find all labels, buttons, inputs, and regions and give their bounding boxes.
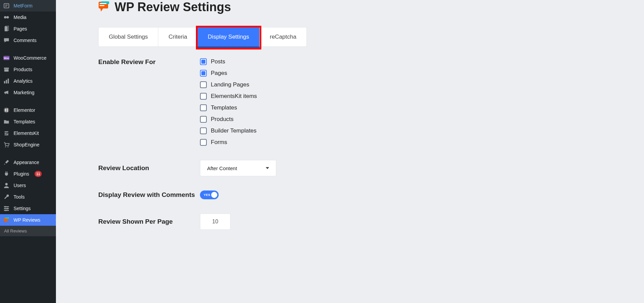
sidebar-item-marketing[interactable]: Marketing: [0, 87, 56, 98]
checkbox-box: [200, 58, 207, 65]
sidebar-item-label: Plugins: [14, 171, 29, 177]
display-with-comments-label: Display Review with Comments: [98, 191, 200, 199]
sidebar-item-label: Marketing: [14, 90, 34, 95]
checkbox-label: Pages: [211, 70, 227, 77]
sidebar-item-label: Elementor: [14, 107, 35, 113]
sidebar-item-label: ShopEngine: [14, 142, 39, 147]
sidebar-item-label: WooCommerce: [14, 55, 46, 61]
sidebar-item-metform[interactable]: MetForm: [0, 0, 56, 12]
checkbox-forms[interactable]: Forms: [200, 139, 630, 146]
svg-rect-15: [5, 109, 6, 112]
sidebar-item-comments[interactable]: Comments: [0, 35, 56, 46]
tabs: Global SettingsCriteriaDisplay Settingsr…: [98, 27, 307, 47]
sidebar-item-plugins[interactable]: Plugins11: [0, 168, 56, 180]
sidebar-item-appearance[interactable]: Appearance: [0, 157, 56, 168]
toggle-knob: [211, 192, 217, 198]
svg-rect-9: [4, 68, 9, 69]
page-icon: [3, 26, 9, 32]
checkbox-builder-templates[interactable]: Builder Templates: [200, 127, 630, 134]
main-content: WP Review Settings Global SettingsCriter…: [56, 0, 644, 303]
svg-point-19: [5, 146, 6, 147]
display-with-comments-toggle[interactable]: YES: [200, 190, 219, 199]
elementor-icon: [3, 107, 9, 113]
sidebar-sub-all-reviews[interactable]: All Reviews: [0, 226, 56, 236]
svg-rect-23: [4, 208, 9, 209]
wrench-icon: [3, 194, 9, 200]
svg-point-3: [4, 16, 6, 18]
checkbox-landing-pages[interactable]: Landing Pages: [200, 81, 630, 88]
svg-point-4: [6, 16, 9, 18]
toggle-text: YES: [204, 193, 210, 197]
sidebar-item-users[interactable]: Users: [0, 180, 56, 191]
per-page-label: Review Shown Per Page: [98, 218, 200, 225]
checkbox-label: Landing Pages: [211, 81, 249, 88]
chart-icon: [3, 78, 9, 84]
checkbox-label: Products: [211, 116, 234, 123]
sidebar-item-elementor[interactable]: Elementor: [0, 104, 56, 116]
checkbox-products[interactable]: Products: [200, 116, 630, 123]
sidebar-item-label: ElementsKit: [14, 130, 39, 136]
sidebar-item-label: Tools: [14, 194, 25, 200]
update-count-badge: 11: [35, 171, 42, 177]
sidebar-item-wp-reviews[interactable]: WP Reviews: [0, 214, 56, 226]
svg-rect-18: [6, 111, 8, 112]
checkbox-posts[interactable]: Posts: [200, 58, 630, 65]
sidebar-item-templates[interactable]: Templates: [0, 116, 56, 127]
svg-rect-34: [100, 5, 104, 6]
sidebar-item-label: MetForm: [14, 3, 33, 8]
archive-icon: [3, 66, 9, 73]
per-page-input[interactable]: [200, 214, 230, 230]
sidebar-item-elementskit[interactable]: ElementsKit: [0, 127, 56, 139]
tab-recaptcha[interactable]: reCaptcha: [260, 27, 306, 46]
sidebar-item-label: Products: [14, 67, 32, 72]
svg-rect-24: [4, 210, 9, 211]
sidebar-item-label: Analytics: [14, 78, 33, 84]
svg-rect-33: [100, 3, 106, 4]
sidebar-item-label: Comments: [14, 38, 37, 43]
admin-sidebar: MetFormMediaPagesCommentsWooWooCommerceP…: [0, 0, 56, 303]
brush-icon: [3, 159, 9, 165]
svg-rect-25: [5, 206, 6, 208]
svg-point-20: [7, 146, 8, 147]
checkbox-label: Forms: [211, 139, 227, 146]
svg-rect-27: [5, 210, 6, 211]
checkbox-label: Builder Templates: [211, 127, 257, 134]
checkbox-label: Templates: [211, 104, 237, 111]
checkbox-box: [200, 104, 207, 111]
svg-point-21: [5, 183, 7, 185]
sliders-icon: [3, 205, 9, 211]
checkbox-elementskit-items[interactable]: ElementsKit items: [200, 93, 630, 100]
checkbox-templates[interactable]: Templates: [200, 104, 630, 111]
svg-marker-30: [5, 221, 6, 223]
sidebar-item-woocommerce[interactable]: WooWooCommerce: [0, 52, 56, 64]
tab-criteria[interactable]: Criteria: [158, 27, 198, 46]
svg-rect-13: [8, 79, 9, 83]
enable-review-for-label: Enable Review For: [98, 58, 200, 66]
svg-rect-0: [4, 4, 9, 8]
checkbox-pages[interactable]: Pages: [200, 70, 630, 77]
sidebar-item-label: Pages: [14, 26, 27, 32]
review-location-select[interactable]: After Content: [200, 160, 276, 176]
checkbox-box: [200, 139, 207, 146]
sidebar-item-tools[interactable]: Tools: [0, 191, 56, 203]
sidebar-item-analytics[interactable]: Analytics: [0, 75, 56, 87]
tab-display-settings[interactable]: Display Settings: [198, 27, 260, 48]
enable-review-checklist: PostsPagesLanding PagesElementsKit items…: [200, 58, 630, 146]
checkbox-box: [200, 93, 207, 100]
tab-global-settings[interactable]: Global Settings: [99, 27, 158, 46]
page-title: WP Review Settings: [98, 0, 630, 14]
sidebar-item-media[interactable]: Media: [0, 12, 56, 23]
sidebar-item-settings[interactable]: Settings: [0, 203, 56, 214]
sidebar-item-pages[interactable]: Pages: [0, 23, 56, 35]
sidebar-item-label: Media: [14, 15, 26, 20]
caret-down-icon: [266, 167, 269, 169]
elementskit-icon: [3, 130, 9, 136]
form-icon: [3, 3, 9, 9]
svg-text:Woo: Woo: [4, 57, 9, 60]
wp-review-icon: [3, 217, 9, 223]
sidebar-item-products[interactable]: Products: [0, 64, 56, 75]
megaphone-icon: [3, 89, 9, 96]
checkbox-label: Posts: [211, 58, 225, 65]
sidebar-item-label: WP Reviews: [14, 217, 40, 223]
sidebar-item-shopengine[interactable]: ShopEngine: [0, 139, 56, 150]
